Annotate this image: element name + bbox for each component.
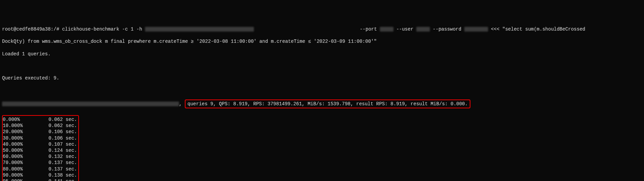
command-line-2: DockQty) from wms.wms_ob_cross_dock m fi… <box>2 38 642 44</box>
percentile-row: 50.000% 0.124 sec. <box>3 147 77 153</box>
summary-line: , queries 9, QPS: 8.919, RPS: 37981499.2… <box>2 99 642 108</box>
cmd-text: clickhouse-benchmark -c 1 -h <box>62 26 145 32</box>
percentile-highlight-box: 0.000% 0.062 sec.10.000% 0.062 sec.20.00… <box>2 115 79 181</box>
percentile-row: 95.000% 0.141 sec. <box>3 178 77 181</box>
prompt: root@cedfe8849a38:/# <box>2 26 62 32</box>
percentile-row: 40.000% 0.107 sec. <box>3 141 77 147</box>
redacted-host-summary <box>2 102 179 106</box>
redacted-host <box>145 27 254 32</box>
percentile-row: 90.000% 0.138 sec. <box>3 172 77 178</box>
queries-executed-9: Queries executed: 9. <box>2 75 642 81</box>
percentile-row: 70.000% 0.137 sec. <box>3 160 77 166</box>
redacted-user <box>416 27 430 32</box>
command-line-1: root@cedfe8849a38:/# clickhouse-benchmar… <box>2 26 642 32</box>
percentile-row: 30.000% 0.106 sec. <box>3 135 77 141</box>
percentile-row: 60.000% 0.132 sec. <box>3 153 77 160</box>
redacted-password <box>464 27 488 32</box>
percentile-row: 20.000% 0.106 sec. <box>3 129 77 135</box>
percentile-row: 80.000% 0.137 sec. <box>3 166 77 172</box>
percentile-row: 10.000% 0.062 sec. <box>3 123 77 129</box>
summary-highlight-box: queries 9, QPS: 8.919, RPS: 37981499.261… <box>185 99 470 108</box>
redacted-port <box>380 27 393 32</box>
summary-text: queries 9, QPS: 8.919, RPS: 37981499.261… <box>188 101 468 107</box>
percentile-row: 0.000% 0.062 sec. <box>3 116 77 123</box>
loaded-line: Loaded 1 queries. <box>2 51 642 57</box>
